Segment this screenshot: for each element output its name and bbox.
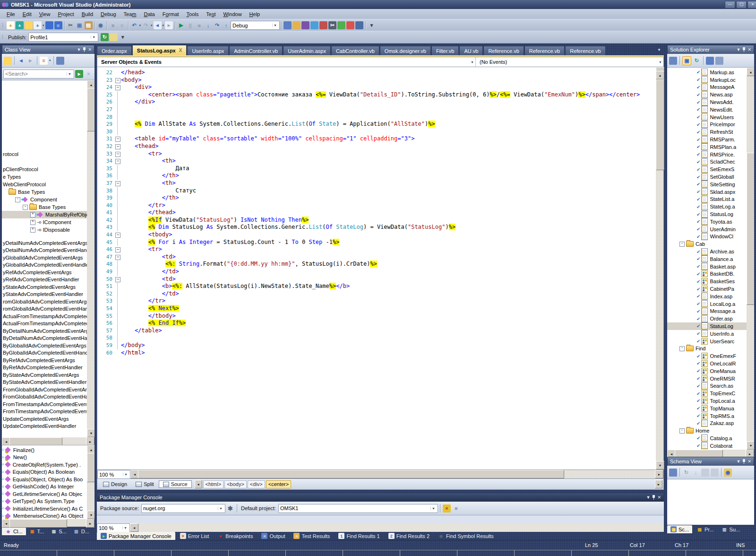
right-dock-tab-Su[interactable]: ▥Su... <box>718 525 744 533</box>
class-view-node-yRefAdvCompletedEventHandler[interactable]: yRefAdvCompletedEventHandler <box>2 276 87 284</box>
publish-profile-combo[interactable]: Profile1▼ <box>28 33 98 42</box>
cv-view-class-diagram-icon[interactable] <box>56 57 64 65</box>
document-tab-reference.vb[interactable]: Reference.vb <box>483 46 524 55</box>
class-view-node-romGlobalIdAdvCompletedEventArgs[interactable]: romGlobalIdAdvCompletedEventArgs <box>2 298 87 305</box>
fold-collapse-icon[interactable]: − <box>115 159 120 164</box>
code-line[interactable]: 33−<tr> <box>97 150 656 158</box>
code-line[interactable]: 52</td> <box>97 290 656 298</box>
document-list-icon[interactable]: ▼ <box>657 45 664 55</box>
view-split-button[interactable]: Split <box>132 481 157 487</box>
fold-collapse-icon[interactable]: − <box>115 181 120 186</box>
se-item-TopEmexC[interactable]: ✔TopEmexC <box>667 390 747 397</box>
right-dock-tab-Pr[interactable]: ▤Pr... <box>693 525 717 533</box>
tool-tab-output[interactable]: ≡Output <box>258 532 289 540</box>
se-item-UserAdmin[interactable]: ✔UserAdmin <box>667 226 747 233</box>
se-item-StateLista[interactable]: ✔StateList.a <box>667 196 747 203</box>
members-hscrollbar[interactable]: ◄ ► <box>2 519 94 527</box>
class-view-node-rotocol[interactable]: rotocol <box>2 150 87 158</box>
undo-icon[interactable]: ↶ <box>130 21 138 29</box>
code-line[interactable]: 24−<div> <box>97 84 656 91</box>
class-view-node-ByRefAdvCompletedEventHandler[interactable]: ByRefAdvCompletedEventHandler <box>2 364 87 372</box>
class-view-node-ByDetailNumAdvCompletedEventArgs[interactable]: ByDetailNumAdvCompletedEventArgs <box>2 327 87 335</box>
member-MemberwiseClone() As Object[interactable]: ≡MemberwiseClone() As Object <box>2 513 87 520</box>
scroll-thumb[interactable] <box>87 453 94 482</box>
se-item-Toyotaas[interactable]: ✔Toyota.as <box>667 218 747 226</box>
left-dock-tab-Cl[interactable]: ◆Cl... <box>2 527 26 535</box>
se-item-RMSPlana[interactable]: ✔RMSPlan.a <box>667 143 747 151</box>
undo-dropdown-icon[interactable]: ▾ <box>139 24 141 27</box>
fold-collapse-icon[interactable]: − <box>115 78 120 83</box>
tool-tab-breakpoints[interactable]: ●Breakpoints <box>214 532 257 540</box>
se-item-MarkupLoc[interactable]: ✔MarkupLoc <box>667 76 747 84</box>
document-tab-useradmin.aspx[interactable]: UserAdmin.aspx <box>283 46 331 55</box>
code-line[interactable]: 51<b><%: AllState(StatusLog(i).NewState)… <box>97 283 656 290</box>
document-tab-omsk.designer.vb[interactable]: Omsk.designer.vb <box>380 46 431 55</box>
class-view-node-ByGlobalIdAdvCompletedEventHandler[interactable]: ByGlobalIdAdvCompletedEventHandler <box>2 349 87 357</box>
solution-explorer-tree[interactable]: ✔Markup.as✔MarkupLoc✔MessageA✔News.asp✔N… <box>667 68 754 450</box>
class-view-node-yGlobalIdAdvCompletedEventArgs[interactable]: yGlobalIdAdvCompletedEventArgs <box>2 254 87 261</box>
scroll-down-icon[interactable]: ▼ <box>656 461 664 469</box>
sv-tree2-icon[interactable] <box>711 469 719 477</box>
cut-icon[interactable]: ✂ <box>67 21 75 29</box>
class-view-node-FromTimestampAdvCompletedEventHa[interactable]: FromTimestampAdvCompletedEventHa <box>2 408 87 416</box>
code-line[interactable]: 49</td> <box>97 268 656 276</box>
pin-icon[interactable] <box>652 495 655 500</box>
code-line[interactable]: 59</body> <box>97 342 656 349</box>
pin-icon[interactable] <box>742 459 746 464</box>
save-icon[interactable] <box>45 21 53 29</box>
member-GetHashCode() As Integer[interactable]: ≡GetHashCode() As Integer <box>2 483 87 491</box>
breadcrumb-left-icon[interactable]: ◄ <box>195 480 202 488</box>
se-item-OneRMSR[interactable]: ✔OneRMSR <box>667 375 747 382</box>
scroll-thumb[interactable] <box>138 470 564 478</box>
code-line[interactable]: 41</thead> <box>97 209 656 217</box>
se-refresh-icon[interactable]: ↻ <box>693 57 701 65</box>
left-dock-tab-S[interactable]: ▤S... <box>47 527 70 535</box>
objects-combo[interactable]: Server Objects & Events▼ <box>97 57 476 67</box>
edit-profile-icon[interactable] <box>110 33 118 41</box>
se-item-StateLoga[interactable]: ✔StateLog.a <box>667 203 747 210</box>
solution-explorer-title-bar[interactable]: Solution Explorer ▼ ✕ <box>667 45 754 54</box>
se-item-Cataloga[interactable]: ✔Catalog.a <box>667 434 747 442</box>
class-view-vscrollbar[interactable]: ▲ ▼ <box>87 80 94 437</box>
right-dock-tab-Sc[interactable]: ▦Sc... <box>667 525 692 533</box>
class-view-node-UpdateCompletedEventHandler[interactable]: UpdateCompletedEventHandler <box>2 423 87 430</box>
tree-expander-icon[interactable]: + <box>30 212 35 217</box>
code-line[interactable]: 31−<table id="myTable" class="sortable" … <box>97 135 656 143</box>
se-item-Messagea[interactable]: ✔Message.a <box>667 308 747 315</box>
tree-expander-icon[interactable]: + <box>30 227 35 233</box>
code-line[interactable]: 37−<th> <box>97 180 656 187</box>
close-tab-icon[interactable]: X <box>179 48 182 53</box>
class-view-node-ByStateAdvCompletedEventArgs[interactable]: ByStateAdvCompletedEventArgs <box>2 371 87 379</box>
navigate-backward-dropdown-icon[interactable]: ▾ <box>163 24 164 27</box>
fold-collapse-icon[interactable]: − <box>115 277 120 282</box>
clear-console-icon[interactable]: × <box>443 504 451 513</box>
code-line[interactable]: 60</html> <box>97 349 656 357</box>
se-item-Indexasp[interactable]: ✔Index.asp <box>667 293 747 300</box>
cv-settings-icon[interactable]: ≡ <box>40 57 48 65</box>
close-button[interactable]: × <box>747 1 756 9</box>
se-item-BasketDB[interactable]: ✔BasketDB. <box>667 270 747 278</box>
class-view-members[interactable]: ≡Finalize()≡New()≡CreateObjRef(System.Ty… <box>2 445 94 519</box>
se-item-Orderasp[interactable]: ✔Order.asp <box>667 315 747 322</box>
code-line[interactable]: 29<% Dim AllState As System.Collections.… <box>97 121 656 128</box>
code-line[interactable]: 57</table> <box>97 327 656 335</box>
class-view-title-bar[interactable]: Class View ▼ ✕ <box>2 45 94 54</box>
find-icon[interactable]: ◉ <box>97 21 105 29</box>
se-item-Zakazasp[interactable]: ✔Zakaz.asp <box>667 419 747 427</box>
save-all-icon[interactable]: ≡ <box>54 21 62 29</box>
tree-expander-icon[interactable]: - <box>15 197 20 202</box>
document-tab-reference.vb[interactable]: Reference.vb <box>524 46 565 55</box>
tree-expander-icon[interactable]: - <box>23 205 28 210</box>
menu-item-project[interactable]: Project <box>54 10 77 18</box>
sv-tree1-icon[interactable] <box>701 469 709 477</box>
pmc-title-bar[interactable]: Package Manager Console ▼ ✕ <box>97 493 664 502</box>
scroll-right-icon[interactable]: ► <box>655 470 663 478</box>
tool-tab-find-symbol-results[interactable]: ◉Find Symbol Results <box>434 532 498 540</box>
increase-indent-icon[interactable]: ≡ <box>118 21 126 29</box>
solution-configurations-combo[interactable]: Debug▼ <box>231 21 280 30</box>
menu-item-team[interactable]: Team <box>120 10 140 18</box>
menu-item-data[interactable]: Data <box>140 10 158 18</box>
code-line[interactable]: 32−<thead> <box>97 143 656 150</box>
se-item-NewsAdd[interactable]: ✔NewsAdd. <box>667 98 747 106</box>
solution-explorer-tool-icon[interactable] <box>284 21 292 29</box>
